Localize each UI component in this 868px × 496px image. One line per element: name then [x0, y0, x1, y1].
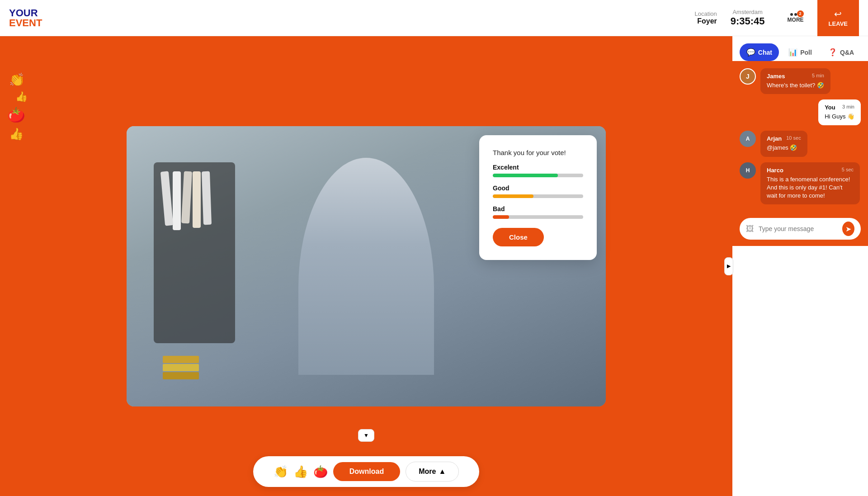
- main-layout: 👏 👍 🍅 👍: [0, 36, 868, 496]
- send-icon: ➤: [845, 225, 851, 233]
- header-location: Location Foyer: [695, 10, 717, 25]
- tab-qa[interactable]: ❓ Q&A: [821, 43, 861, 61]
- chat-input-row: 🖼 ➤: [740, 218, 861, 240]
- reaction-2: 👍: [15, 91, 28, 103]
- header: YOUR EVENT Location Foyer Amsterdam 9:35…: [0, 0, 868, 36]
- sidebar-collapse-button[interactable]: ▶: [724, 257, 733, 275]
- bubble-harco: Harco 5 sec This is a fenomenal conferen…: [760, 162, 860, 205]
- reaction-3: 🍅: [7, 106, 28, 123]
- chat-messages: J James 5 min Where's the toilet? 🤣: [732, 61, 868, 212]
- poll-option-excellent: Excelent: [493, 164, 583, 177]
- tab-poll[interactable]: 📊 Poll: [781, 43, 820, 61]
- message-row-you: You 3 min Hi Guys 👋: [740, 99, 861, 125]
- logo: YOUR EVENT: [9, 8, 42, 28]
- poll-option-bad: Bad: [493, 205, 583, 219]
- chat-input[interactable]: [759, 225, 838, 232]
- more-badge: 2: [797, 10, 804, 17]
- avatar-arjan: A: [740, 131, 756, 147]
- presenter-silhouette: [298, 158, 434, 375]
- logo-top: YOUR: [9, 8, 42, 18]
- bubble-arjan: Arjan 10 sec @james 🤣: [760, 131, 807, 156]
- avatar-harco: H: [740, 162, 756, 179]
- video-container: Thank you for your vote! Excelent Good B…: [127, 126, 606, 406]
- video-area: 👏 👍 🍅 👍: [0, 36, 732, 496]
- download-button[interactable]: Download: [333, 462, 400, 481]
- message-row-arjan: A Arjan 10 sec @james 🤣: [740, 131, 861, 156]
- bubble-james: James 5 min Where's the toilet? 🤣: [760, 68, 830, 94]
- reaction-bar: 👏 👍 🍅 Download More ▲: [253, 456, 479, 487]
- collapse-button[interactable]: ▼: [358, 429, 374, 442]
- reaction-4: 👍: [9, 127, 28, 141]
- header-right: Location Foyer Amsterdam 9:35:45 2 MORE …: [695, 0, 859, 36]
- chevron-up-icon: ▲: [439, 468, 446, 476]
- chat-icon: 💬: [746, 48, 755, 57]
- more-button[interactable]: 2 MORE: [778, 9, 813, 28]
- poll-bar-bad: [493, 215, 509, 219]
- reaction-clap[interactable]: 👏: [274, 465, 288, 479]
- reaction-tomato[interactable]: 🍅: [313, 465, 328, 479]
- more-dots: 2: [790, 13, 801, 17]
- reaction-1: 👏: [9, 72, 28, 87]
- message-row-harco: H Harco 5 sec This is a fenomenal confer…: [740, 162, 861, 205]
- leave-button[interactable]: ↩ LEAVE: [817, 0, 859, 36]
- leave-icon: ↩: [834, 9, 842, 19]
- chat-input-area: 🖼 ➤: [732, 212, 868, 246]
- tab-chat[interactable]: 💬 Chat: [740, 43, 779, 61]
- chevron-down-icon: ▼: [363, 432, 369, 439]
- chevron-right-icon: ▶: [727, 263, 731, 269]
- poll-overlay: Thank you for your vote! Excelent Good B…: [479, 135, 597, 260]
- sidebar: 💬 Chat 📊 Poll ❓ Q&A J: [732, 36, 868, 246]
- avatar-james: J: [740, 68, 756, 85]
- poll-thankyou: Thank you for your vote!: [493, 149, 583, 156]
- floating-reactions: 👏 👍 🍅 👍: [9, 72, 28, 141]
- header-time: Amsterdam 9:35:45: [731, 9, 765, 27]
- bubble-you: You 3 min Hi Guys 👋: [818, 99, 861, 125]
- logo-bottom: EVENT: [9, 18, 42, 28]
- poll-icon: 📊: [788, 48, 797, 57]
- message-row-james: J James 5 min Where's the toilet? 🤣: [740, 68, 861, 94]
- poll-bar-excellent: [493, 174, 558, 177]
- poll-close-button[interactable]: Close: [493, 228, 544, 246]
- poll-bar-good: [493, 194, 533, 198]
- image-icon: 🖼: [746, 224, 754, 234]
- sidebar-wrapper: ▶ 💬 Chat 📊 Poll ❓ Q&A: [732, 36, 868, 496]
- send-button[interactable]: ➤: [842, 222, 854, 236]
- reaction-thumbsup[interactable]: 👍: [293, 465, 308, 479]
- sidebar-tabs: 💬 Chat 📊 Poll ❓ Q&A: [732, 36, 868, 61]
- more-button-toolbar[interactable]: More ▲: [406, 462, 459, 482]
- qa-icon: ❓: [828, 48, 837, 57]
- poll-option-good: Good: [493, 184, 583, 198]
